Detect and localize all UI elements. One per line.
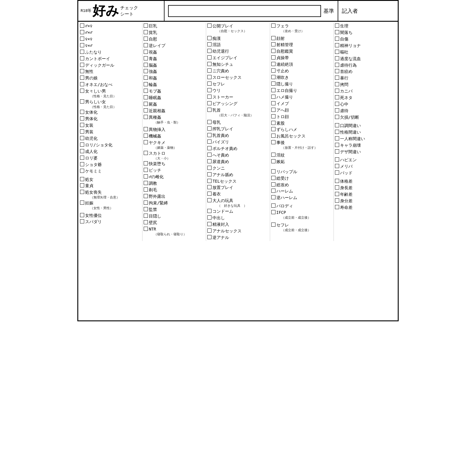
- checkbox[interactable]: [207, 24, 212, 28]
- checkbox[interactable]: [80, 177, 84, 181]
- checkbox[interactable]: [80, 82, 84, 86]
- checkbox[interactable]: [80, 37, 84, 41]
- checkbox[interactable]: [271, 95, 275, 99]
- checkbox[interactable]: [207, 215, 212, 220]
- kijun-input-box[interactable]: [168, 5, 321, 17]
- checkbox[interactable]: [335, 205, 339, 209]
- checkbox[interactable]: [144, 161, 148, 165]
- checkbox[interactable]: [271, 159, 275, 163]
- checkbox[interactable]: [335, 89, 339, 93]
- checkbox[interactable]: [80, 162, 84, 166]
- checkbox[interactable]: [271, 101, 275, 105]
- checkbox[interactable]: [207, 75, 212, 79]
- checkbox[interactable]: [207, 153, 212, 157]
- checkbox[interactable]: [80, 56, 84, 60]
- checkbox[interactable]: [144, 140, 148, 144]
- checkbox[interactable]: [271, 36, 275, 40]
- checkbox[interactable]: [80, 99, 84, 104]
- checkbox[interactable]: [80, 136, 84, 140]
- checkbox[interactable]: [144, 82, 148, 86]
- checkbox[interactable]: [271, 153, 275, 157]
- checkbox[interactable]: [80, 143, 84, 147]
- checkbox[interactable]: [144, 56, 148, 60]
- checkbox[interactable]: [144, 95, 148, 99]
- checkbox[interactable]: [144, 89, 148, 93]
- checkbox[interactable]: [144, 201, 148, 205]
- checkbox[interactable]: [335, 24, 339, 28]
- checkbox[interactable]: [271, 127, 275, 131]
- checkbox[interactable]: [144, 24, 148, 28]
- checkbox[interactable]: [271, 176, 275, 180]
- checkbox[interactable]: [335, 76, 339, 80]
- checkbox[interactable]: [271, 169, 275, 173]
- checkbox[interactable]: [207, 88, 212, 92]
- checkbox[interactable]: [271, 210, 275, 214]
- checkbox[interactable]: [80, 110, 84, 114]
- checkbox[interactable]: [271, 195, 275, 199]
- checkbox[interactable]: [144, 69, 148, 73]
- checkbox[interactable]: [207, 198, 212, 202]
- checkbox[interactable]: [80, 183, 84, 187]
- checkbox[interactable]: [335, 115, 339, 119]
- checkbox[interactable]: [80, 219, 84, 223]
- checkbox[interactable]: [335, 102, 339, 106]
- checkbox[interactable]: [80, 76, 84, 80]
- checkbox[interactable]: [335, 149, 339, 154]
- checkbox[interactable]: [144, 115, 148, 119]
- checkbox[interactable]: [271, 49, 275, 53]
- checkbox[interactable]: [271, 114, 275, 118]
- checkbox[interactable]: [144, 108, 148, 112]
- checkbox[interactable]: [144, 207, 148, 211]
- checkbox[interactable]: [207, 95, 212, 99]
- checkbox[interactable]: [271, 82, 275, 86]
- checkbox[interactable]: [80, 201, 84, 205]
- checkbox[interactable]: [335, 185, 339, 190]
- checkbox[interactable]: [335, 157, 339, 162]
- checkbox[interactable]: [207, 235, 212, 239]
- checkbox[interactable]: [144, 50, 148, 54]
- checkbox[interactable]: [144, 127, 148, 131]
- checkbox[interactable]: [144, 181, 148, 185]
- checkbox[interactable]: [271, 134, 275, 138]
- checkbox[interactable]: [207, 126, 212, 131]
- checkbox[interactable]: [207, 62, 212, 66]
- checkbox[interactable]: [144, 37, 148, 41]
- checkbox[interactable]: [335, 82, 339, 86]
- checkbox[interactable]: [80, 69, 84, 73]
- checkbox[interactable]: [80, 116, 84, 120]
- checkbox[interactable]: [80, 190, 84, 194]
- checkbox[interactable]: [335, 69, 339, 73]
- checkbox[interactable]: [271, 68, 275, 73]
- checkbox[interactable]: [80, 24, 84, 28]
- checkbox[interactable]: [207, 146, 212, 150]
- checkbox[interactable]: [80, 50, 84, 54]
- checkbox[interactable]: [271, 203, 275, 208]
- checkbox[interactable]: [335, 56, 339, 60]
- checkbox[interactable]: [271, 62, 275, 66]
- checkbox[interactable]: [207, 222, 212, 226]
- checkbox[interactable]: [144, 194, 148, 198]
- checkbox[interactable]: [144, 168, 148, 172]
- checkbox[interactable]: [207, 108, 212, 112]
- checkbox[interactable]: [80, 156, 84, 160]
- checkbox[interactable]: [271, 189, 275, 193]
- checkbox[interactable]: [335, 164, 339, 168]
- checkbox[interactable]: [335, 170, 339, 175]
- checkbox[interactable]: [80, 43, 84, 47]
- checkbox[interactable]: [207, 192, 212, 196]
- checkbox[interactable]: [144, 220, 148, 224]
- checkbox[interactable]: [144, 134, 148, 138]
- checkbox[interactable]: [335, 136, 339, 140]
- checkbox[interactable]: [335, 95, 339, 99]
- checkbox[interactable]: [207, 209, 212, 213]
- checkbox[interactable]: [80, 30, 84, 34]
- checkbox[interactable]: [207, 133, 212, 137]
- checkbox[interactable]: [207, 179, 212, 183]
- checkbox[interactable]: [207, 166, 212, 170]
- checkbox[interactable]: [335, 63, 339, 67]
- checkbox[interactable]: [144, 214, 148, 218]
- checkbox[interactable]: [335, 130, 339, 134]
- checkbox[interactable]: [207, 172, 212, 176]
- checkbox[interactable]: [335, 37, 339, 41]
- checkbox[interactable]: [271, 182, 275, 187]
